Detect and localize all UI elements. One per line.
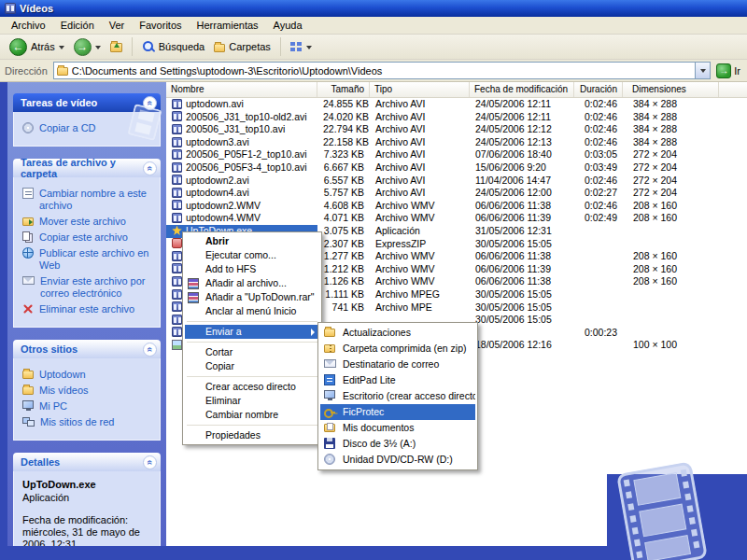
column-header-dimensiones[interactable]: Dimensiones — [627, 82, 719, 97]
column-header-tamano[interactable]: Tamaño — [317, 82, 370, 97]
file-row[interactable]: uptodown4.WMV4.071 KBArchivo WMV06/06/20… — [166, 212, 747, 225]
folders-button[interactable]: Carpetas — [210, 39, 275, 54]
send-to-item-destinatario-de-correo[interactable]: Destinatario de correo — [320, 357, 475, 372]
column-header-fecha-de-modificacion[interactable]: Fecha de modificación — [470, 82, 574, 97]
file-cell-date — [470, 327, 574, 340]
menu-ayuda[interactable]: Ayuda — [266, 17, 310, 34]
context-menu-item-crear-acceso-directo[interactable]: Crear acceso directo — [185, 380, 319, 394]
file-row[interactable]: 200506_J31_top10.avi22.794 KBArchivo AVI… — [166, 123, 747, 136]
send-to-item-disco-de-3-a[interactable]: Disco de 3½ (A:) — [320, 436, 475, 452]
file-cell-type: Aplicación — [370, 225, 470, 238]
file-row[interactable]: uptodown2.WMV4.608 KBArchivo WMV06/06/20… — [166, 200, 747, 213]
file-row[interactable]: 200506_J31_top10-old2.avi24.020 KBArchiv… — [166, 111, 747, 124]
collapse-chevron-icon[interactable]: « — [143, 161, 157, 175]
context-menu-item-propiedades[interactable]: Propiedades — [185, 428, 319, 442]
folder-icon — [22, 386, 34, 395]
collapse-chevron-icon[interactable]: « — [143, 455, 157, 469]
folder-up-icon — [110, 43, 122, 52]
task-link-mis-videos[interactable]: Mis vídeos — [22, 385, 156, 397]
views-icon — [290, 42, 303, 52]
back-dropdown-icon[interactable] — [59, 46, 64, 52]
file-cell-dims: 272 × 204 — [627, 148, 719, 161]
title-bar[interactable]: Vídeos — [0, 0, 747, 17]
send-to-item-actualizaciones[interactable]: Actualizaciones — [320, 325, 475, 341]
collapse-chevron-icon[interactable]: « — [143, 343, 157, 357]
send-to-item-escritorio-crear-acceso-directo[interactable]: Escritorio (crear acceso directo) — [320, 388, 475, 404]
back-button[interactable]: ← Atrás — [6, 36, 68, 58]
task-link-cambiar-nombre-a-este-archivo[interactable]: Cambiar nombre a este archivo — [22, 188, 156, 212]
menu-item-label: Mis documentos — [343, 422, 414, 433]
context-menu-item-cambiar-nombre[interactable]: Cambiar nombre — [185, 408, 319, 422]
file-row[interactable]: 200506_P05F3-4_top10.avi6.667 KBArchivo … — [166, 161, 747, 175]
task-link-mover-este-archivo[interactable]: Mover este archivo — [22, 216, 156, 228]
address-dropdown-button[interactable] — [695, 63, 710, 78]
menu-archivo[interactable]: Archivo — [4, 17, 53, 34]
send-to-item-carpeta-comprimida-en-zip[interactable]: Carpeta comprimida (en zip) — [320, 341, 475, 357]
film-icon — [172, 301, 182, 312]
panel-body: UptodownMis vídeosMi PCMis sitios de red — [13, 358, 161, 441]
menu-item-label: Cortar — [205, 346, 233, 357]
context-menu-item-anadir-al-archivo[interactable]: Añadir al archivo... — [185, 276, 319, 290]
column-header-nombre[interactable]: Nombre — [166, 82, 317, 97]
menu-favoritos[interactable]: Favoritos — [132, 17, 189, 34]
context-menu-item-cortar[interactable]: Cortar — [185, 345, 319, 359]
menu-herramientas[interactable]: Herramientas — [190, 17, 266, 34]
context-menu-item-anclar-al-menu-inicio[interactable]: Anclar al menú Inicio — [185, 304, 319, 318]
file-row[interactable]: uptodown3.avi22.158 KBArchivo AVI24/05/2… — [166, 136, 747, 149]
file-cell-duration: 0:02:46 — [574, 111, 623, 124]
move-icon — [22, 217, 34, 226]
views-dropdown-icon[interactable] — [306, 46, 312, 52]
task-link-enviar-este-archivo-por-correo-electronico[interactable]: Enviar este archivo por correo electróni… — [22, 275, 156, 300]
search-button[interactable]: Búsqueda — [138, 38, 209, 55]
film-icon — [172, 289, 182, 300]
send-to-item-mis-documentos[interactable]: Mis documentos — [320, 420, 475, 436]
task-link-uptodown[interactable]: Uptodown — [22, 369, 156, 381]
task-link-mi-pc[interactable]: Mi PC — [22, 400, 156, 413]
file-row[interactable]: uptodown4.avi5.757 KBArchivo AVI24/05/20… — [166, 187, 747, 200]
task-link-mis-sitios-de-red[interactable]: Mis sitios de red — [22, 416, 156, 428]
menu-edicion[interactable]: Edición — [53, 17, 102, 34]
context-menu-item-eliminar[interactable]: Eliminar — [185, 394, 319, 408]
panel-header[interactable]: Detalles« — [13, 453, 161, 471]
views-button[interactable] — [287, 40, 316, 54]
panel-header[interactable]: Tareas de archivo y carpeta« — [13, 159, 161, 177]
task-link-publicar-este-archivo-en-web[interactable]: Publicar este archivo en Web — [22, 247, 156, 272]
task-link-copiar-este-archivo[interactable]: Copiar este archivo — [22, 231, 156, 244]
send-to-item-unidad-dvd-cd-rw-d[interactable]: Unidad DVD/CD-RW (D:) — [320, 452, 475, 468]
floppy-icon — [324, 438, 335, 449]
file-row[interactable]: uptodown2.avi6.557 KBArchivo AVI11/04/20… — [166, 175, 747, 188]
file-row[interactable]: uptodown.avi24.855 KBArchivo AVI24/05/20… — [166, 98, 747, 111]
context-menu-item-enviar-a[interactable]: Enviar a — [185, 325, 319, 339]
send-to-item-ficprotec[interactable]: FicProtec — [320, 404, 475, 420]
forward-dropdown-icon[interactable] — [95, 46, 101, 52]
task-label: Mi PC — [39, 400, 67, 413]
context-menu-item-ejecutar-como[interactable]: Ejecutar como... — [185, 248, 319, 262]
address-input[interactable]: C:\Documents and Settings\uptodown-3\Esc… — [53, 62, 711, 79]
back-label: Atrás — [31, 41, 55, 52]
file-cell-dims: 208 × 160 — [627, 275, 719, 288]
column-header-tipo[interactable]: Tipo — [370, 82, 470, 97]
menu-ver[interactable]: Ver — [102, 17, 133, 34]
file-cell-date: 24/05/2006 12:00 — [470, 187, 574, 200]
go-button[interactable]: → Ir — [716, 63, 742, 78]
film-icon — [172, 263, 182, 273]
context-menu-item-anadir-a-uptodown-rar[interactable]: Añadir a "UpToDown.rar" — [185, 290, 319, 304]
toolbar-separator — [132, 37, 133, 56]
up-button[interactable] — [106, 39, 126, 54]
send-to-item-editpad-lite[interactable]: EditPad Lite — [320, 372, 475, 388]
star-icon — [172, 226, 182, 236]
task-label: Copiar a CD — [39, 122, 96, 134]
panel-header[interactable]: Otros sitios« — [13, 340, 161, 358]
file-cell-type: Archivo AVI — [370, 187, 470, 200]
context-menu-item-abrir[interactable]: Abrir — [185, 234, 319, 248]
task-link-eliminar-este-archivo[interactable]: Eliminar este archivo — [22, 303, 156, 315]
file-cell-dims — [627, 301, 719, 315]
context-menu-item-copiar[interactable]: Copiar — [185, 359, 319, 373]
file-row[interactable]: 200506_P05F1-2_top10.avi7.323 KBArchivo … — [166, 148, 747, 161]
column-header-duracion[interactable]: Duración — [574, 82, 623, 97]
details-file-type: Aplicación — [22, 492, 156, 504]
forward-button[interactable]: → — [70, 36, 105, 58]
file-cell-date: 30/05/2006 15:05 — [470, 238, 574, 251]
context-menu-item-add-to-hfs[interactable]: Add to HFS — [185, 262, 319, 276]
file-cell-date: 07/06/2006 18:40 — [470, 148, 574, 161]
